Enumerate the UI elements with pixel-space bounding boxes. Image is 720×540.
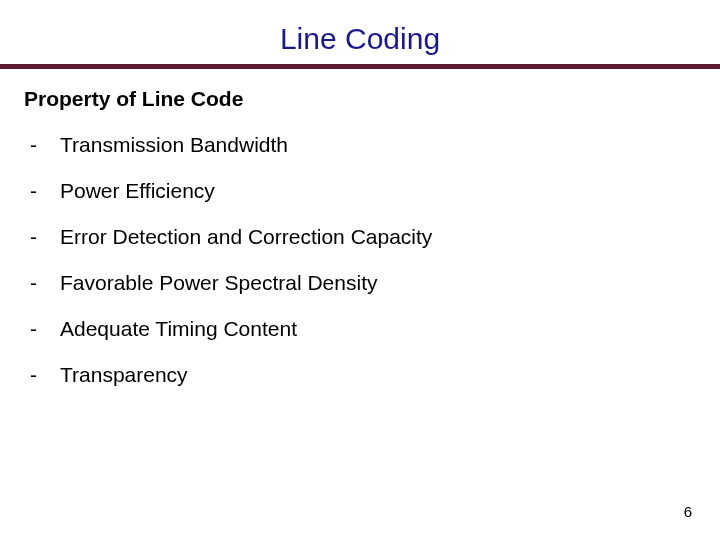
bullet-dash-icon: -: [30, 317, 48, 341]
list-item: - Adequate Timing Content: [24, 317, 696, 341]
list-item: - Transmission Bandwidth: [24, 133, 696, 157]
property-list: - Transmission Bandwidth - Power Efficie…: [24, 133, 696, 387]
bullet-dash-icon: -: [30, 363, 48, 387]
list-item-text: Power Efficiency: [60, 179, 215, 203]
list-item-text: Adequate Timing Content: [60, 317, 297, 341]
list-item: - Error Detection and Correction Capacit…: [24, 225, 696, 249]
content-area: Property of Line Code - Transmission Ban…: [0, 69, 720, 387]
bullet-dash-icon: -: [30, 133, 48, 157]
slide-title: Line Coding: [0, 0, 720, 56]
list-item: - Favorable Power Spectral Density: [24, 271, 696, 295]
list-item-text: Transparency: [60, 363, 188, 387]
list-item: - Transparency: [24, 363, 696, 387]
bullet-dash-icon: -: [30, 179, 48, 203]
bullet-dash-icon: -: [30, 225, 48, 249]
list-item-text: Error Detection and Correction Capacity: [60, 225, 432, 249]
list-item-text: Favorable Power Spectral Density: [60, 271, 377, 295]
slide: Line Coding Property of Line Code - Tran…: [0, 0, 720, 540]
section-subtitle: Property of Line Code: [24, 87, 696, 111]
list-item: - Power Efficiency: [24, 179, 696, 203]
bullet-dash-icon: -: [30, 271, 48, 295]
page-number: 6: [684, 503, 692, 520]
list-item-text: Transmission Bandwidth: [60, 133, 288, 157]
